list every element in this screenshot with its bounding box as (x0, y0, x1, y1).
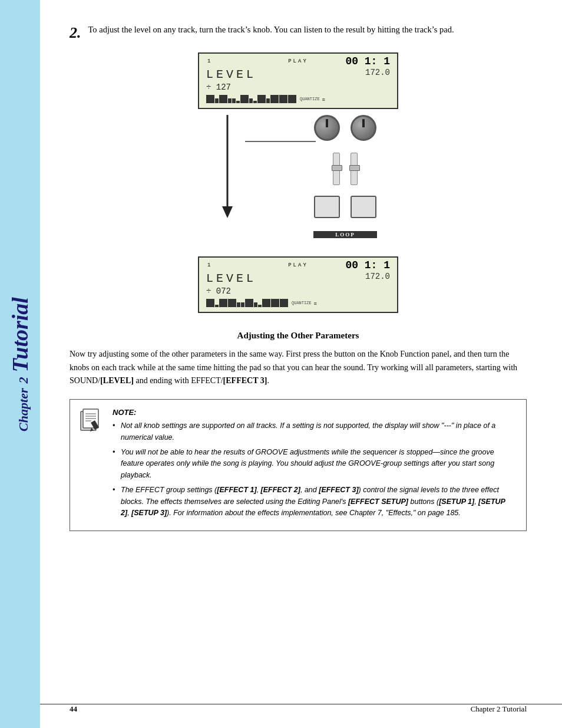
note-title: NOTE: (113, 408, 515, 417)
buttons-area: LOOP (286, 196, 404, 238)
note-content: NOTE: Not all knob settings are supporte… (113, 408, 515, 522)
lcd-top-time1: 00 1: 1 (345, 56, 390, 67)
step2-text: To adjust the level on any track, turn t… (88, 24, 454, 37)
knob-right-indicator (362, 119, 365, 127)
note-item-3: The EFFECT group settings ([EFFECT 1], [… (113, 485, 515, 519)
buttons-row (314, 196, 376, 218)
button-right (351, 196, 376, 218)
sidebar: Chapter 2 Tutorial (0, 0, 40, 728)
lcd-top-main: LEVEL ÷ 127 172.0 (206, 68, 390, 92)
lcd-top-level: LEVEL (206, 68, 256, 81)
footer-page-number: 44 (70, 704, 77, 714)
lcd-bottom-main: LEVEL ÷ 072 172.0 (206, 272, 390, 296)
step2-number: 2. (70, 24, 81, 42)
footer-chapter-text: Chapter 2 Tutorial (471, 704, 527, 714)
note-box: NOTE: Not all knob settings are supporte… (70, 399, 527, 531)
note-icon (78, 408, 104, 434)
note-item-1: Not all knob settings are supported on a… (113, 420, 515, 443)
lcd-bottom-right: 172.0 (365, 272, 390, 281)
lcd-bottom-play: PLAY (288, 262, 308, 268)
step2-header: 2. To adjust the level on any track, tur… (70, 24, 527, 42)
svg-marker-1 (222, 206, 233, 218)
note-icon-svg (78, 408, 104, 434)
lcd-top-time2: 172.0 (365, 68, 390, 77)
lcd-top-left: LEVEL ÷ 127 (206, 68, 256, 92)
button-left (314, 196, 340, 218)
sidebar-tutorial: Tutorial (7, 297, 33, 372)
knobs-panel: LOOP (286, 115, 404, 238)
sidebar-number: 2 (16, 377, 31, 383)
diagram-area: LOOP (70, 115, 527, 251)
lcd-bottom-value: ÷ 072 (206, 286, 256, 296)
footer: 44 Chapter 2 Tutorial (40, 704, 562, 714)
knob-left (314, 115, 340, 141)
sidebar-chapter-label: Chapter 2 Tutorial (7, 297, 33, 431)
lcd-bottom-bars: QUANTIZE ≡ (206, 299, 390, 307)
lcd-bottom-time2: 172.0 (365, 272, 390, 281)
section-body: Now try adjusting some of the other para… (70, 348, 527, 387)
lcd-top-bars: QUANTIZE ≡ (206, 95, 390, 103)
loop-label: LOOP (313, 231, 377, 238)
lcd-top-track: 1 (207, 58, 210, 64)
lcd-bottom-display: 1 PLAY 00 1: 1 LEVEL ÷ 072 172.0 (198, 256, 398, 313)
section-heading: Adjusting the Other Parameters (70, 331, 527, 341)
slider-right (351, 153, 358, 185)
lcd-bottom-left: LEVEL ÷ 072 (206, 272, 256, 296)
lcd-bottom-time1: 00 1: 1 (345, 260, 390, 271)
lcd-bottom-quantize: QUANTIZE (292, 301, 312, 305)
slider-left-thumb (332, 165, 342, 171)
main-content: 2. To adjust the level on any track, tur… (40, 0, 562, 728)
lcd-top-right: 172.0 (365, 68, 390, 77)
lcd-bottom-level: LEVEL (206, 272, 256, 285)
sidebar-chapter: Chapter (16, 388, 31, 431)
slider-right-thumb (349, 165, 360, 171)
lcd-top-display: 1 PLAY 00 1: 1 LEVEL ÷ 127 172.0 (198, 52, 398, 109)
lcd-bottom-track: 1 (207, 262, 210, 268)
lcd-top-value: ÷ 127 (206, 83, 256, 92)
knob-right (351, 115, 376, 141)
lcd-top-play: PLAY (288, 58, 308, 64)
slider-left (333, 153, 340, 185)
lcd-top-quantize: QUANTIZE (300, 97, 320, 101)
knob-left-indicator (326, 119, 328, 127)
sliders-row (286, 153, 404, 185)
knobs-row (286, 115, 404, 141)
note-item-2: You will not be able to hear the results… (113, 447, 515, 481)
